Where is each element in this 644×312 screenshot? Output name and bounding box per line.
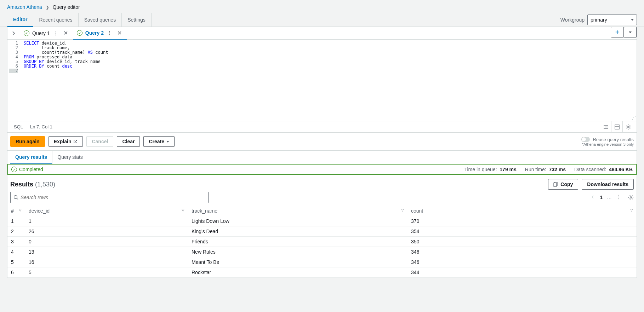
tab-overflow-button[interactable]: [624, 27, 637, 37]
query-tab-label: Query 2: [85, 30, 104, 36]
cell: 1: [7, 216, 25, 226]
gear-icon[interactable]: [628, 195, 634, 200]
query-tab-strip: ✓ Query 1 ⋮ ✕ ✓ Query 2 ⋮ ✕ +: [7, 27, 637, 40]
svg-point-2: [627, 126, 629, 127]
reuse-toggle[interactable]: [581, 137, 590, 142]
cell: 26: [25, 226, 188, 237]
workgroup-select[interactable]: primary: [587, 15, 637, 25]
queue-value: 179 ms: [500, 167, 516, 172]
table-row: 413New Rules346: [7, 247, 637, 257]
cell: 3: [7, 237, 25, 247]
col-count[interactable]: count▽: [408, 206, 637, 216]
tab-query-results[interactable]: Query results: [10, 151, 52, 164]
cell: 2: [7, 226, 25, 237]
runtime-label: Run time:: [525, 167, 546, 172]
workgroup-label: Workgroup: [560, 17, 585, 23]
svg-point-5: [14, 196, 17, 199]
resize-handle-icon[interactable]: ⋰: [632, 115, 636, 120]
workgroup-selector: Workgroup primary: [560, 15, 637, 25]
download-results-button[interactable]: Download results: [582, 179, 634, 190]
table-row: 65Rockstar344: [7, 267, 637, 278]
cell: 4: [7, 247, 25, 257]
status-text: Completed: [19, 167, 43, 172]
completion-status-bar: ✓Completed Time in queue: 179 ms Run tim…: [7, 164, 637, 175]
tab-menu-icon[interactable]: ⋮: [107, 30, 113, 36]
tab-editor[interactable]: Editor: [7, 13, 33, 27]
svg-line-6: [17, 198, 18, 200]
query-tab-2[interactable]: ✓ Query 2 ⋮ ✕: [73, 27, 127, 40]
cell: 16: [25, 257, 188, 267]
sort-icon[interactable]: ▽: [401, 208, 404, 212]
language-indicator: SQL: [10, 124, 27, 129]
search-input[interactable]: [21, 195, 205, 200]
results-title: Results: [10, 181, 33, 188]
tab-actions: +: [611, 27, 637, 39]
code-area[interactable]: SELECT device_id, track_name, count(trac…: [22, 40, 637, 121]
svg-rect-4: [554, 183, 557, 186]
close-icon[interactable]: ✕: [62, 30, 69, 36]
chevron-down-icon: [166, 141, 169, 143]
tab-menu-icon[interactable]: ⋮: [53, 30, 59, 36]
cell: 350: [408, 237, 637, 247]
cell: 346: [408, 247, 637, 257]
check-icon: ✓: [11, 167, 17, 172]
cell: 5: [7, 257, 25, 267]
tab-query-stats[interactable]: Query stats: [52, 151, 88, 164]
layout-icon[interactable]: [611, 121, 622, 133]
sql-editor[interactable]: 1234567 SELECT device_id, track_name, co…: [7, 40, 637, 121]
copy-button[interactable]: Copy: [548, 179, 578, 190]
cell: 344: [408, 267, 637, 278]
query-tab-label: Query 1: [32, 30, 50, 36]
col-device-id[interactable]: device_id▽: [25, 206, 188, 216]
clear-button[interactable]: Clear: [117, 136, 140, 147]
cell: 370: [408, 216, 637, 226]
gear-icon[interactable]: [622, 121, 634, 133]
create-button[interactable]: Create: [143, 136, 175, 147]
explain-button[interactable]: Explain: [49, 136, 83, 147]
scanned-value: 484.96 KB: [609, 167, 633, 172]
sort-icon[interactable]: ▽: [630, 208, 633, 212]
queue-label: Time in queue:: [464, 167, 497, 172]
action-bar: Run again Explain Cancel Clear Create Re…: [7, 132, 637, 151]
sort-icon[interactable]: ▽: [19, 208, 22, 212]
table-row: 30Friends350: [7, 237, 637, 247]
editor-panel: ✓ Query 1 ⋮ ✕ ✓ Query 2 ⋮ ✕ + 1234567 SE…: [7, 27, 637, 278]
results-header: Results (1,530) Copy Download results: [7, 175, 637, 192]
add-tab-button[interactable]: +: [611, 27, 624, 37]
run-button[interactable]: Run again: [10, 136, 45, 147]
next-page-button[interactable]: 〉: [616, 193, 624, 202]
tab-settings[interactable]: Settings: [122, 13, 152, 27]
check-icon: ✓: [77, 30, 82, 36]
cell: 354: [408, 226, 637, 237]
result-tabs: Query results Query stats: [7, 151, 637, 164]
table-header-row: #▽ device_id▽ track_name▽ count▽: [7, 206, 637, 216]
cell: Rockstar: [188, 267, 408, 278]
svg-rect-0: [615, 125, 619, 129]
table-row: 516Meant To Be346: [7, 257, 637, 267]
tab-saved-queries[interactable]: Saved queries: [79, 13, 122, 27]
format-icon[interactable]: [600, 121, 611, 133]
table-row: 11Lights Down Low370: [7, 216, 637, 226]
chevron-right-icon: ❯: [46, 5, 49, 10]
line-gutter: 1234567: [7, 40, 22, 121]
sort-icon[interactable]: ▽: [182, 208, 184, 212]
main-tabs: Editor Recent queries Saved queries Sett…: [0, 13, 644, 27]
scanned-label: Data scanned:: [574, 167, 606, 172]
breadcrumb-root[interactable]: Amazon Athena: [7, 4, 42, 10]
close-icon[interactable]: ✕: [116, 30, 123, 36]
col-index[interactable]: #▽: [7, 206, 25, 216]
sidebar-toggle[interactable]: [7, 27, 20, 39]
external-link-icon: [73, 139, 78, 144]
svg-point-7: [630, 197, 632, 198]
col-track-name[interactable]: track_name▽: [188, 206, 408, 216]
cell: 6: [7, 267, 25, 278]
search-box[interactable]: [10, 192, 209, 203]
reuse-label: Reuse query results: [593, 137, 634, 142]
cell: 1: [25, 216, 188, 226]
query-tab-1[interactable]: ✓ Query 1 ⋮ ✕: [20, 27, 73, 39]
prev-page-button[interactable]: 〈: [588, 193, 595, 202]
cell: 346: [408, 257, 637, 267]
cell: New Rules: [188, 247, 408, 257]
search-icon: [13, 195, 18, 200]
tab-recent-queries[interactable]: Recent queries: [33, 13, 78, 27]
